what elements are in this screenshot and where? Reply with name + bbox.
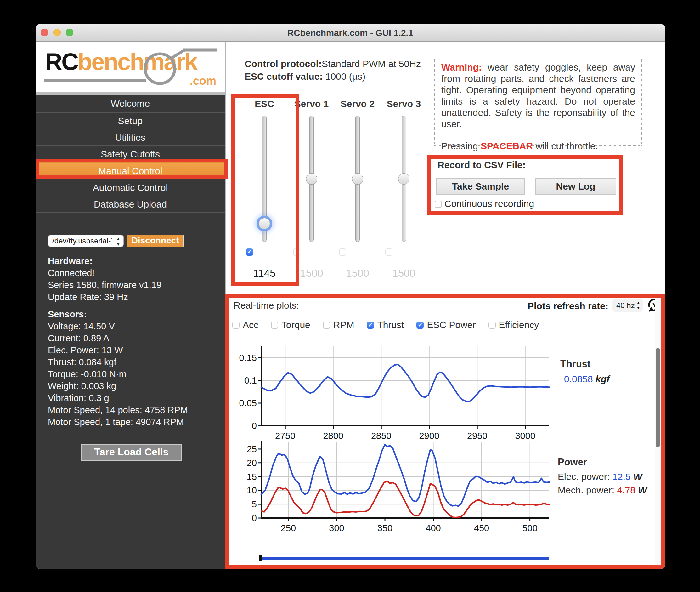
checkbox-esc-power[interactable]: ✓ [417,322,424,329]
plots-refresh-rate-label: Plots refresh rate: [504,301,608,311]
svg-text:5: 5 [252,499,257,509]
checkbox-torque[interactable] [271,322,278,329]
hardware-block-heading: Hardware: [48,255,161,267]
sidebar-item-database-upload[interactable]: Database Upload [36,196,225,212]
sensors-block-line: Torque: -0.010 N·m [48,368,188,380]
sensors-block-line: Motor Speed, 1 tape: 49074 RPM [48,416,188,428]
slider-thumb[interactable] [352,173,363,185]
svg-text:10: 10 [247,485,257,495]
slider-label-servo-1: Servo 1 [286,99,337,109]
select-stepper-icon: ▲▼ [116,236,120,247]
control-protocol-info: Control protocol:Standard PWM at 50Hz ES… [245,58,421,83]
hardware-info: Hardware:Connected!Series 1580, firmware… [48,255,161,303]
serial-port-select[interactable]: /dev/tty.usbserial-´ ▲▼ [48,235,124,247]
take-sample-button[interactable]: Take Sample [436,178,525,195]
plot-checkbox-item: Torque [271,319,310,330]
slider-label-servo-3: Servo 3 [379,99,429,109]
disconnect-button[interactable]: Disconnect [126,235,184,247]
svg-text:2900: 2900 [419,431,439,440]
record-csv-heading: Record to CSV File: [437,160,526,170]
svg-text:15: 15 [247,472,257,482]
spacebar-label: SPACEBAR [481,141,533,151]
logo-magnifier-icon [36,42,225,92]
thrust-value: 0.0858 [564,374,593,384]
thrust-readout-value: 0.0858 kgf [564,374,610,385]
svg-text:500: 500 [522,523,537,533]
hardware-block-line: Connected! [48,267,161,279]
svg-text:0: 0 [252,421,257,431]
mech-power-label: Mech. power: [558,485,614,495]
continuous-recording-checkbox[interactable] [435,201,442,208]
sensors-block-line: Thrust: 0.084 kgf [48,356,188,368]
plot-series-checkboxes: AccTorqueRPM✓Thrust✓ESC PowerEfficiency [232,319,551,330]
new-log-button[interactable]: New Log [535,178,616,195]
slider-enable-checkbox[interactable]: ✓ [246,248,253,256]
thrust-chart-svg: 00.050.10.15275028002850290029503000 [235,344,554,440]
power-chart-svg: 0510152025250300350400450500 [235,440,554,535]
sensors-block-line: Voltage: 14.50 V [48,320,188,332]
svg-text:20: 20 [247,458,257,468]
slider-enable-checkbox[interactable] [339,248,346,256]
sidebar-item-welcome[interactable]: Welcome [36,95,225,112]
elec-power-line [261,445,549,506]
slider-label-esc: ESC [239,99,289,109]
checkbox-efficiency[interactable] [488,322,496,329]
tare-load-cells-button[interactable]: Tare Load Cells [80,444,182,461]
mech-power-line [261,481,549,518]
warning-box: Warning: wear safety goggles, keep away … [434,57,642,146]
elec-power-unit: W [633,472,642,482]
slider-enable-checkbox[interactable] [293,248,300,256]
svg-text:0.15: 0.15 [239,353,257,363]
checkbox-rpm[interactable] [323,322,330,329]
continuous-recording-row: Continuous recording [435,198,534,209]
slider-thumb[interactable] [259,218,270,229]
slider-thumb[interactable] [306,173,317,185]
thrust-chart: 00.050.10.15275028002850290029503000 [235,344,554,440]
third-chart-line-stub [262,557,549,559]
checkbox-acc[interactable] [232,322,239,329]
plot-checkbox-item: Efficiency [488,319,539,330]
svg-text:0.05: 0.05 [239,398,257,408]
sidebar-item-manual-control[interactable]: Manual Control [36,162,225,179]
sensors-block-line: Current: 0.89 A [48,332,188,344]
plots-refresh-rate-value: 40 hz [616,301,635,309]
svg-text:2800: 2800 [323,431,343,440]
sidebar-item-setup[interactable]: Setup [36,112,225,129]
sidebar-item-safety-cutoffs[interactable]: Safety Cutoffs [36,145,225,162]
thrust-readout-title: Thrust [560,358,590,370]
serial-port-value: /dev/tty.usbserial-´ [52,237,113,245]
mech-power-value: 4.78 [617,485,635,495]
plot-checkbox-item: ✓Thrust [367,319,404,330]
plots-refresh-rate-select[interactable]: 40 hz ▲▼ [612,299,643,312]
slider-enable-checkbox[interactable] [385,248,392,256]
checkbox-thrust[interactable]: ✓ [367,322,374,329]
sensors-block-line: Motor Speed, 14 poles: 4758 RPM [48,404,188,416]
slider-value: 1500 [332,267,383,279]
plot-checkbox-item: Acc [232,319,258,330]
checkbox-label: Torque [281,319,310,330]
mech-power-unit: W [638,485,647,495]
select-stepper-icon: ▲▼ [636,300,641,310]
checkbox-label: Thrust [377,319,404,330]
esc-cutoff-label: ESC cutoff value: [245,71,323,82]
elec-power-value: 12.5 [612,472,631,482]
svg-text:450: 450 [474,523,489,533]
esc-cutoff-value: 1000 (µs) [325,71,365,82]
checkbox-label: RPM [333,319,355,330]
app-window: RCbenchmark.com - GUI 1.2.1 RCbenchmark … [36,24,665,569]
sidebar-item-automatic-control[interactable]: Automatic Control [36,179,225,196]
slider-thumb[interactable] [398,173,410,185]
plots-scrollbar-thumb[interactable] [656,348,660,447]
title-bar[interactable]: RCbenchmark.com - GUI 1.2.1 [36,24,665,42]
sensors-block-line: Weight: 0.003 kg [48,380,188,392]
plot-checkbox-item: RPM [323,319,355,330]
plot-checkbox-item: ✓ESC Power [417,319,476,330]
sensors-block-line: Vibration: 0.3 g [48,392,188,404]
slider-value: 1500 [286,267,337,279]
hardware-block-line: Update Rate: 39 Hz [48,291,161,303]
sensors-info: Sensors:Voltage: 14.50 VCurrent: 0.89 AE… [48,308,188,428]
realtime-plots-heading: Real-time plots: [233,300,299,311]
window-title: RCbenchmark.com - GUI 1.2.1 [36,24,665,42]
svg-text:400: 400 [426,523,441,533]
sidebar-item-utilities[interactable]: Utilities [36,129,225,145]
